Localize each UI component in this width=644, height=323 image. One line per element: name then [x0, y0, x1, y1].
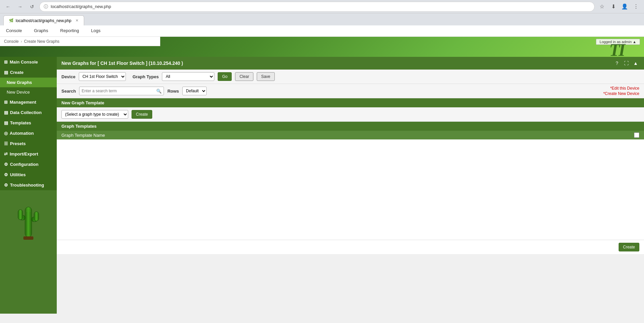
browser-tab-active[interactable]: 🌿 localhost/cacti/graphs_new.php ✕ [3, 15, 84, 25]
search-label: Search [61, 89, 76, 94]
search-group: Search 🔍 Rows Default 10 20 50 100 [61, 87, 207, 95]
go-button[interactable]: Go [218, 72, 232, 81]
page-header: New Graphs for [ CH 1st Floor Switch ] (… [57, 57, 644, 70]
sidebar-item-management[interactable]: ⊞ Management [0, 97, 57, 107]
download-button[interactable]: ⬇ [609, 2, 618, 11]
back-button[interactable]: ← [3, 2, 13, 11]
search-input-wrap: 🔍 [79, 87, 164, 95]
page-header-icons: ? ⛶ ▲ [613, 60, 639, 67]
app-header: Console Graphs Reporting Logs [0, 25, 644, 37]
utilities-label: Utilities [10, 172, 26, 177]
table-create-row: Create [57, 240, 644, 254]
sidebar-item-configuration[interactable]: ⚙ Configuration [0, 159, 57, 170]
svg-rect-2 [18, 210, 23, 220]
right-links: *Edit this Device *Create New Device [603, 86, 639, 96]
app-nav-tabs: Console Graphs Reporting Logs [0, 25, 106, 36]
graph-templates-header: Graph Templates [57, 122, 644, 131]
presets-label: Presets [10, 141, 26, 146]
automation-icon: ◎ [4, 131, 8, 136]
graph-template-name-col: Graph Template Name [61, 133, 105, 138]
utilities-icon: ⚙ [4, 172, 8, 177]
template-row: (Select a graph type to create) Create [57, 107, 644, 122]
tab-close-icon[interactable]: ✕ [75, 18, 78, 23]
cacti-banner-brand: TI [609, 40, 624, 57]
rows-select[interactable]: Default 10 20 50 100 [182, 87, 207, 95]
main-layout: ⊞ Main Console ▤ Create New Graphs New D… [0, 57, 644, 314]
sidebar-item-import-export[interactable]: ⇄ Import/Export [0, 149, 57, 159]
cactus-area [0, 190, 57, 250]
search-submit-icon[interactable]: 🔍 [156, 89, 162, 94]
configuration-label: Configuration [10, 162, 38, 167]
cactus-svg [13, 197, 43, 244]
tab-console[interactable]: Console [0, 25, 28, 36]
grid-icon: ⊞ [4, 60, 8, 65]
graph-type-select[interactable]: (Select a graph type to create) [61, 110, 128, 119]
bottom-create-button[interactable]: Create [619, 243, 639, 251]
help-icon-btn[interactable]: ? [613, 60, 621, 67]
create-new-device-link[interactable]: *Create New Device [603, 91, 639, 96]
sidebar: ⊞ Main Console ▤ Create New Graphs New D… [0, 57, 57, 314]
profile-button[interactable]: 👤 [620, 2, 629, 11]
search-and-links-row: Search 🔍 Rows Default 10 20 50 100 *Edit… [57, 84, 644, 98]
sidebar-item-new-graphs[interactable]: New Graphs [0, 78, 57, 87]
sidebar-item-templates[interactable]: ▤ Templates [0, 118, 57, 128]
presets-icon: ☰ [4, 141, 8, 146]
new-device-label: New Device [7, 90, 30, 95]
tab-label: localhost/cacti/graphs_new.php [16, 18, 71, 23]
edit-device-link[interactable]: *Edit this Device [610, 86, 639, 91]
reload-button[interactable]: ↺ [27, 2, 37, 11]
management-label: Management [10, 100, 36, 105]
main-console-label: Main Console [10, 60, 38, 65]
cacti-banner: Console › Create New Graphs Logged in as… [0, 37, 644, 57]
browser-chrome: ← → ↺ ⓘ localhost/cacti/graphs_new.php ☆… [0, 0, 644, 13]
data-collection-label: Data Collection [10, 110, 42, 115]
content-area: New Graphs for [ CH 1st Floor Switch ] (… [57, 57, 644, 314]
menu-button[interactable]: ⋮ [631, 2, 641, 11]
device-label: Device [61, 74, 75, 79]
device-select[interactable]: CH 1st Floor Switch [79, 72, 126, 81]
template-create-button[interactable]: Create [132, 110, 152, 119]
new-graphs-label: New Graphs [7, 80, 32, 85]
tab-graphs[interactable]: Graphs [28, 25, 54, 36]
new-graph-template-header: New Graph Template [57, 98, 644, 107]
breadcrumb-console[interactable]: Console [4, 39, 19, 44]
browser-actions: ☆ ⬇ 👤 ⋮ [597, 2, 641, 11]
tab-logs[interactable]: Logs [85, 25, 106, 36]
sidebar-item-presets[interactable]: ☰ Presets [0, 138, 57, 149]
create-label: Create [10, 70, 23, 75]
url-text: localhost/cacti/graphs_new.php [51, 4, 111, 9]
troubleshooting-label: Troubleshooting [10, 183, 44, 188]
troubleshooting-icon: ⚙ [4, 183, 8, 188]
table-header-row: Graph Template Name [57, 131, 644, 139]
search-input[interactable] [81, 89, 155, 93]
sidebar-item-automation[interactable]: ◎ Automation [0, 128, 57, 138]
templates-label: Templates [10, 120, 31, 125]
select-all-checkbox[interactable] [634, 132, 639, 138]
browser-tabs: 🌿 localhost/cacti/graphs_new.php ✕ [0, 13, 644, 25]
import-export-label: Import/Export [10, 151, 38, 156]
sidebar-item-new-device[interactable]: New Device [0, 87, 57, 97]
toolbar-device-row: Device CH 1st Floor Switch Graph Types A… [57, 70, 644, 84]
configuration-icon: ⚙ [4, 162, 8, 167]
sidebar-item-troubleshooting[interactable]: ⚙ Troubleshooting [0, 180, 57, 190]
clear-button[interactable]: Clear [235, 72, 253, 81]
fullscreen-icon-btn[interactable]: ⛶ [623, 60, 630, 67]
svg-rect-8 [23, 236, 33, 240]
import-export-icon: ⇄ [4, 151, 8, 156]
forward-button[interactable]: → [15, 2, 25, 11]
content-body [57, 139, 644, 240]
sidebar-section-main-console[interactable]: ⊞ Main Console [0, 57, 57, 67]
collapse-icon-btn[interactable]: ▲ [632, 60, 639, 67]
rows-label: Rows [167, 89, 179, 94]
create-icon: ▤ [4, 70, 8, 75]
page-title: New Graphs for [ CH 1st Floor Switch ] (… [61, 61, 183, 66]
breadcrumb-create-new-graphs[interactable]: Create New Graphs [24, 39, 59, 44]
star-button[interactable]: ☆ [597, 2, 607, 11]
svg-rect-4 [34, 212, 39, 221]
graph-types-select[interactable]: All Graph Template Based Data Query Base… [162, 72, 214, 81]
save-button[interactable]: Save [257, 72, 274, 81]
sidebar-item-data-collection[interactable]: ▤ Data Collection [0, 107, 57, 118]
sidebar-item-utilities[interactable]: ⚙ Utilities [0, 170, 57, 180]
tab-reporting[interactable]: Reporting [54, 25, 85, 36]
sidebar-section-create[interactable]: ▤ Create [0, 67, 57, 78]
